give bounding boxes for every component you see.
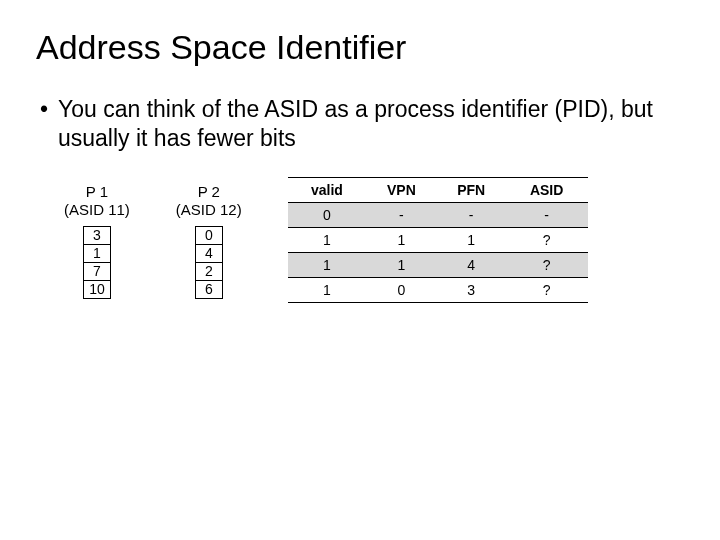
cell: 3	[83, 226, 111, 245]
cell-pfn: 3	[437, 277, 506, 302]
col-valid: valid	[288, 177, 366, 202]
process-asid: (ASID 11)	[64, 201, 130, 218]
cell-asid: ?	[506, 252, 588, 277]
cell-vpn: -	[366, 202, 437, 227]
cell-asid: ?	[506, 277, 588, 302]
cell-pfn: -	[437, 202, 506, 227]
table-row: 1 0 3 ?	[288, 277, 588, 302]
process-label: P 1 (ASID 11)	[64, 183, 130, 221]
table-row: 1 1 1 ?	[288, 227, 588, 252]
tlb-table: valid VPN PFN ASID 0 - - - 1 1 1 ?	[288, 177, 588, 303]
table-row: 0 - - -	[288, 202, 588, 227]
process-name: P 1	[86, 183, 108, 200]
process-asid: (ASID 12)	[176, 201, 242, 218]
cell: 0	[195, 226, 223, 245]
col-pfn: PFN	[437, 177, 506, 202]
cell-valid: 1	[288, 227, 366, 252]
cells: 3 1 7 10	[83, 226, 111, 299]
cell: 4	[195, 244, 223, 263]
cell-vpn: 1	[366, 227, 437, 252]
process-column-p2: P 2 (ASID 12) 0 4 2 6	[176, 183, 242, 300]
cell-pfn: 1	[437, 227, 506, 252]
process-name: P 2	[198, 183, 220, 200]
cell-vpn: 0	[366, 277, 437, 302]
cell-asid: -	[506, 202, 588, 227]
cell-valid: 0	[288, 202, 366, 227]
cell-valid: 1	[288, 277, 366, 302]
process-label: P 2 (ASID 12)	[176, 183, 242, 221]
col-vpn: VPN	[366, 177, 437, 202]
cells: 0 4 2 6	[195, 226, 223, 299]
cell: 6	[195, 280, 223, 299]
cell: 10	[83, 280, 111, 299]
col-asid: ASID	[506, 177, 588, 202]
cell: 2	[195, 262, 223, 281]
cell-vpn: 1	[366, 252, 437, 277]
bullet-text: You can think of the ASID as a process i…	[36, 95, 684, 153]
process-column-p1: P 1 (ASID 11) 3 1 7 10	[64, 183, 130, 300]
slide: Address Space Identifier You can think o…	[0, 0, 720, 540]
table-header-row: valid VPN PFN ASID	[288, 177, 588, 202]
cell-pfn: 4	[437, 252, 506, 277]
page-title: Address Space Identifier	[36, 28, 684, 67]
cell: 7	[83, 262, 111, 281]
cell-asid: ?	[506, 227, 588, 252]
cell-valid: 1	[288, 252, 366, 277]
table-row: 1 1 4 ?	[288, 252, 588, 277]
content-row: P 1 (ASID 11) 3 1 7 10 P 2 (ASID 12) 0 4…	[36, 183, 684, 303]
cell: 1	[83, 244, 111, 263]
